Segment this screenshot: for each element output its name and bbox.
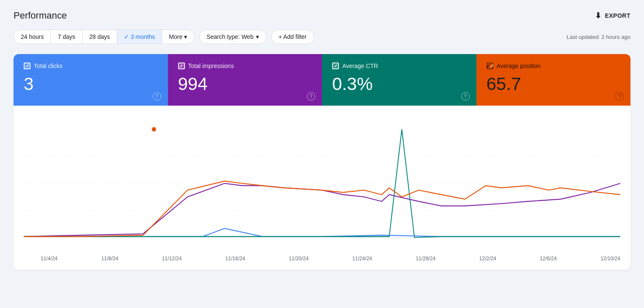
filter-more[interactable]: More ▾ (162, 30, 194, 44)
ctr-checkbox[interactable] (332, 63, 339, 69)
impressions-value: 994 (178, 74, 312, 94)
x-label-3: 11/12/24 (162, 256, 182, 262)
filter-3months[interactable]: ✓ 3 months (117, 30, 162, 44)
chart-area: 11/4/24 11/8/24 11/12/24 11/16/24 11/20/… (14, 106, 630, 270)
impressions-help-icon[interactable]: ? (307, 92, 315, 101)
impressions-label: Total impressions (188, 63, 234, 69)
metric-average-position[interactable]: ✓ Average position 65.7 ? (476, 54, 631, 106)
checkmark-icon: ✓ (124, 33, 131, 40)
x-label-8: 12/2/24 (479, 256, 496, 262)
clicks-checkbox[interactable] (24, 63, 30, 69)
x-label-6: 11/24/24 (352, 256, 372, 262)
page-container: Performance ⬇ EXPORT 24 hours 7 days 28 … (0, 0, 644, 280)
clicks-label: Total clicks (34, 63, 63, 69)
x-label-10: 12/10/24 (600, 256, 620, 262)
position-help-icon[interactable]: ? (615, 92, 624, 101)
x-label-1: 11/4/24 (41, 256, 58, 262)
chevron-down-icon: ▾ (256, 33, 259, 40)
add-filter-label: + Add filter (278, 33, 307, 40)
ctr-line (24, 129, 620, 237)
filter-7d[interactable]: 7 days (50, 30, 82, 44)
toolbar: 24 hours 7 days 28 days ✓ 3 months More … (14, 30, 630, 44)
metric-average-ctr[interactable]: Average CTR 0.3% ? (322, 54, 476, 106)
last-updated-label: Last updated: 2 hours ago (567, 34, 630, 40)
metric-total-clicks[interactable]: Total clicks 3 ? (14, 54, 168, 106)
clicks-help-icon[interactable]: ? (153, 92, 161, 101)
main-card: Total clicks 3 ? Total impressions 994 ?… (14, 54, 630, 270)
position-checkbox[interactable]: ✓ (487, 63, 493, 69)
search-type-label: Search type: Web (206, 33, 253, 40)
time-filter-group: 24 hours 7 days 28 days ✓ 3 months More … (14, 30, 194, 44)
x-label-2: 11/8/24 (101, 256, 118, 262)
position-label: Average position (497, 63, 541, 69)
x-label-9: 12/6/24 (540, 256, 557, 262)
export-label: EXPORT (605, 12, 630, 19)
performance-chart (24, 116, 620, 251)
filter-28d[interactable]: 28 days (82, 30, 117, 44)
x-label-5: 11/20/24 (289, 256, 309, 262)
clicks-value: 3 (24, 74, 158, 94)
ctr-value: 0.3% (332, 74, 466, 94)
chevron-down-icon: ▾ (184, 33, 187, 40)
add-filter-button[interactable]: + Add filter (271, 30, 314, 44)
export-button[interactable]: ⬇ EXPORT (595, 11, 630, 20)
impressions-line (24, 183, 620, 237)
x-label-7: 11/28/24 (416, 256, 436, 262)
clicks-line (24, 229, 620, 237)
page-header: Performance ⬇ EXPORT (14, 10, 630, 21)
search-type-filter[interactable]: Search type: Web ▾ (199, 30, 266, 44)
impressions-checkbox[interactable] (178, 63, 185, 69)
position-dot (152, 127, 156, 132)
position-line (24, 181, 620, 237)
position-value: 65.7 (487, 74, 621, 94)
metric-total-impressions[interactable]: Total impressions 994 ? (168, 54, 322, 106)
ctr-label: Average CTR (342, 63, 378, 69)
page-title: Performance (14, 10, 67, 21)
x-label-4: 11/16/24 (226, 256, 245, 262)
x-axis-labels: 11/4/24 11/8/24 11/12/24 11/16/24 11/20/… (24, 252, 620, 262)
filter-24h[interactable]: 24 hours (14, 30, 50, 44)
ctr-help-icon[interactable]: ? (461, 92, 470, 101)
metrics-row: Total clicks 3 ? Total impressions 994 ?… (14, 54, 630, 106)
export-icon: ⬇ (595, 11, 602, 20)
